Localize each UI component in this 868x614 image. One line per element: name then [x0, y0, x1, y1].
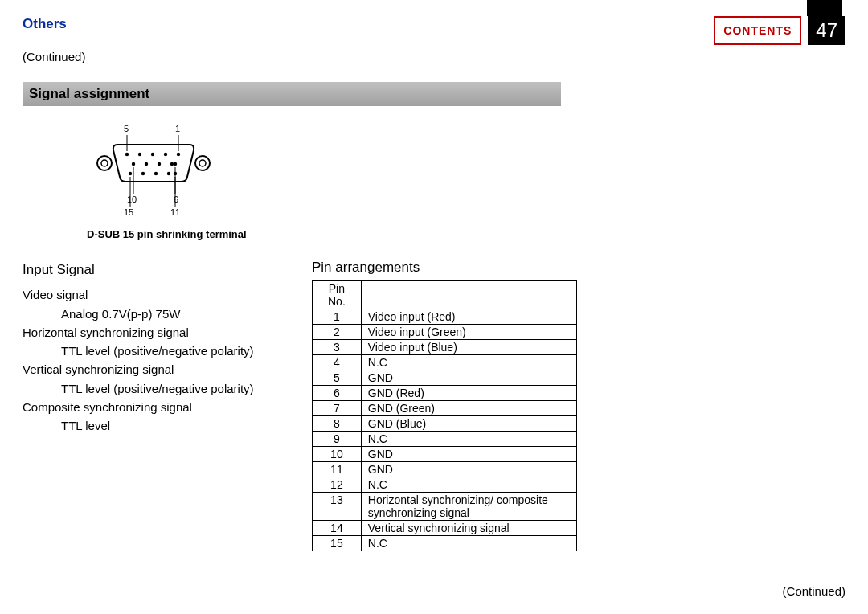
pin-no-header: Pin No.: [313, 281, 362, 309]
connector-diagram: 5 1 10 6 15 11: [88, 121, 233, 225]
pin-desc-cell: N.C: [361, 355, 576, 370]
signal-line: Video signal: [23, 285, 288, 304]
pin-no-cell: 2: [313, 325, 362, 340]
table-row: 15N.C: [313, 536, 577, 551]
pin-desc-cell: Video input (Green): [361, 325, 576, 340]
pin-desc-cell: N.C: [361, 477, 576, 493]
svg-point-15: [141, 172, 145, 175]
page-number: 47: [808, 16, 845, 45]
svg-point-7: [164, 153, 167, 156]
pin-no-cell: 6: [313, 386, 362, 401]
diagram-caption: D-SUB 15 pin shrinking terminal: [87, 228, 247, 240]
pin-arrangements-column: Pin arrangements Pin No.1Video input (Re…: [312, 260, 577, 551]
input-signal-column: Input Signal Video signalAnalog 0.7V(p-p…: [23, 260, 288, 435]
svg-point-1: [101, 160, 108, 166]
top-bar: Others CONTENTS 47: [23, 16, 845, 45]
input-signal-heading: Input Signal: [23, 260, 288, 280]
pin-arrangements-heading: Pin arrangements: [312, 260, 577, 276]
table-header-row: Pin No.: [313, 281, 577, 309]
svg-point-8: [177, 153, 180, 156]
pin-no-cell: 8: [313, 416, 362, 432]
page-tab-extension: [807, 0, 842, 16]
signal-line: TTL level (positive/negative polarity): [61, 379, 288, 398]
signal-line: Vertical synchronizing signal: [23, 360, 288, 379]
pin-desc-cell: GND: [361, 462, 576, 477]
pin-desc-cell: Vertical synchronizing signal: [361, 521, 576, 536]
pin-no-cell: 13: [313, 493, 362, 521]
pin-no-cell: 1: [313, 309, 362, 325]
table-row: 3Video input (Blue): [313, 340, 577, 355]
pin-label-11: 11: [170, 207, 180, 217]
pin-desc-header: [361, 281, 576, 309]
pin-no-cell: 9: [313, 432, 362, 447]
table-row: 8GND (Blue): [313, 416, 577, 432]
pin-label-15: 15: [124, 207, 133, 217]
svg-point-19: [174, 162, 177, 166]
contents-button[interactable]: CONTENTS: [714, 16, 801, 45]
pin-desc-cell: Video input (Blue): [361, 340, 576, 355]
table-row: 5GND: [313, 370, 577, 386]
section-title-bar: Signal assignment: [23, 82, 561, 106]
signal-line: Horizontal synchronizing signal: [23, 323, 288, 342]
svg-point-17: [167, 172, 170, 175]
table-row: 1Video input (Red): [313, 309, 577, 325]
pin-desc-cell: GND: [361, 447, 576, 462]
pin-desc-cell: GND (Blue): [361, 416, 576, 432]
pin-no-cell: 15: [313, 536, 362, 551]
svg-point-12: [170, 162, 174, 166]
pin-no-cell: 7: [313, 401, 362, 416]
signal-line: TTL level (positive/negative polarity): [61, 342, 288, 360]
svg-point-6: [151, 153, 154, 156]
pin-desc-cell: GND (Green): [361, 401, 576, 416]
svg-point-0: [97, 156, 112, 170]
svg-point-13: [183, 162, 186, 166]
pin-desc-cell: N.C: [361, 432, 576, 447]
pin-no-cell: 12: [313, 477, 362, 493]
table-row: 9N.C: [313, 432, 577, 447]
svg-point-11: [158, 162, 161, 166]
signal-line: Composite synchronizing signal: [23, 398, 288, 416]
svg-point-2: [195, 156, 210, 170]
table-row: 6GND (Red): [313, 386, 577, 401]
pin-label-10: 10: [127, 194, 137, 204]
svg-point-14: [129, 172, 132, 175]
table-row: 2Video input (Green): [313, 325, 577, 340]
section-label: Others: [23, 16, 67, 32]
svg-point-16: [154, 172, 158, 175]
signal-line: Analog 0.7V(p-p) 75W: [61, 305, 288, 323]
svg-point-5: [138, 153, 141, 156]
pin-table: Pin No.1Video input (Red)2Video input (G…: [312, 280, 577, 551]
svg-point-3: [199, 160, 206, 166]
svg-point-10: [145, 162, 148, 166]
pin-desc-cell: Horizontal synchronizing/ composite sync…: [361, 493, 576, 521]
pin-no-cell: 10: [313, 447, 362, 462]
pin-desc-cell: GND (Red): [361, 386, 576, 401]
table-row: 4N.C: [313, 355, 577, 370]
pin-no-cell: 5: [313, 370, 362, 386]
continued-top: (Continued): [23, 50, 85, 63]
pin-desc-cell: Video input (Red): [361, 309, 576, 325]
svg-point-9: [132, 162, 135, 166]
continued-bottom: (Continued): [783, 584, 845, 598]
pin-desc-cell: GND: [361, 370, 576, 386]
svg-point-18: [180, 172, 183, 175]
table-row: 14Vertical synchronizing signal: [313, 521, 577, 536]
pin-no-cell: 4: [313, 355, 362, 370]
pin-no-cell: 14: [313, 521, 362, 536]
top-right-group: CONTENTS 47: [714, 16, 845, 45]
pin-desc-cell: N.C: [361, 536, 576, 551]
pin-label-6: 6: [174, 194, 178, 204]
signal-line: TTL level: [61, 416, 288, 435]
table-row: 11GND: [313, 462, 577, 477]
table-row: 13Horizontal synchronizing/ composite sy…: [313, 493, 577, 521]
pin-no-cell: 11: [313, 462, 362, 477]
pin-label-5: 5: [124, 124, 129, 133]
table-row: 10GND: [313, 447, 577, 462]
pin-label-1: 1: [175, 124, 180, 133]
pin-no-cell: 3: [313, 340, 362, 355]
svg-point-4: [125, 153, 129, 156]
table-row: 7GND (Green): [313, 401, 577, 416]
table-row: 12N.C: [313, 477, 577, 493]
